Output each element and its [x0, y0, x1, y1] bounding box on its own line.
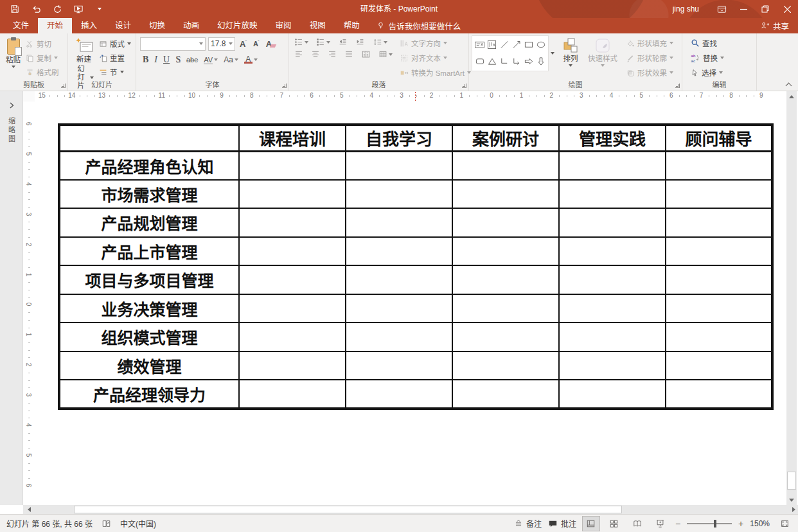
table-row-label[interactable]: 绩效管理: [59, 351, 239, 380]
spellcheck-book-icon[interactable]: [102, 519, 111, 528]
tab-help[interactable]: 帮助: [335, 18, 369, 33]
redo-button[interactable]: [51, 0, 63, 18]
shape-elbow-connector[interactable]: [498, 53, 510, 69]
start-slideshow-button[interactable]: [73, 0, 84, 18]
vertical-scroll-thumb[interactable]: [787, 472, 796, 490]
table-cell[interactable]: [452, 180, 559, 209]
table-cell[interactable]: [666, 180, 772, 209]
paste-button[interactable]: 粘贴: [3, 35, 24, 68]
reading-view-button[interactable]: [629, 517, 646, 531]
tab-transitions[interactable]: 切换: [140, 18, 174, 33]
layout-button[interactable]: 版式: [97, 37, 133, 51]
table-cell[interactable]: [452, 237, 559, 266]
table-cell[interactable]: [239, 151, 346, 180]
select-button[interactable]: 选择: [689, 66, 754, 80]
shapes-gallery-more-button[interactable]: [549, 35, 556, 71]
table-row-label[interactable]: 产品规划管理: [59, 208, 239, 237]
table-header-cell[interactable]: [59, 125, 239, 151]
close-button[interactable]: [776, 0, 798, 18]
table-cell[interactable]: [559, 265, 666, 294]
restore-button[interactable]: [754, 0, 776, 18]
table-cell[interactable]: [559, 380, 666, 409]
table-cell[interactable]: [346, 151, 452, 180]
table-cell[interactable]: [346, 180, 452, 209]
table-cell[interactable]: [666, 323, 772, 351]
table-header-cell[interactable]: 管理实践: [559, 125, 666, 151]
table-header-cell[interactable]: 课程培训: [239, 125, 346, 151]
table-cell[interactable]: [559, 208, 666, 237]
scroll-right-button[interactable]: [789, 505, 798, 514]
table-cell[interactable]: [239, 265, 346, 294]
table-header-cell[interactable]: 顾问辅导: [666, 125, 772, 151]
font-dialog-launcher[interactable]: [282, 84, 287, 88]
table-cell[interactable]: [452, 265, 559, 294]
table-cell[interactable]: [346, 294, 452, 323]
vertical-scrollbar[interactable]: [786, 91, 797, 505]
underline-button[interactable]: U: [163, 55, 170, 65]
table-cell[interactable]: [666, 237, 772, 266]
normal-view-button[interactable]: [583, 517, 599, 531]
slide-counter[interactable]: 幻灯片 第 66 张, 共 66 张: [6, 518, 93, 529]
table-cell[interactable]: [666, 294, 772, 323]
shape-textbox-vertical[interactable]: [486, 37, 498, 53]
expand-thumbnails-button[interactable]: [6, 100, 17, 111]
table-row-label[interactable]: 市场需求管理: [59, 180, 239, 209]
slide-sorter-view-button[interactable]: [606, 517, 623, 531]
table-cell[interactable]: [452, 208, 559, 237]
collapse-ribbon-button[interactable]: [786, 82, 792, 87]
scroll-left-button[interactable]: [24, 505, 33, 514]
table-cell[interactable]: [666, 351, 772, 380]
table-cell[interactable]: [666, 151, 772, 180]
account-button[interactable]: jing shu: [661, 4, 711, 13]
table-cell[interactable]: [346, 380, 452, 409]
clipboard-dialog-launcher[interactable]: [61, 84, 66, 88]
increase-indent-button[interactable]: [355, 38, 365, 46]
table-cell[interactable]: [559, 294, 666, 323]
slideshow-view-button[interactable]: [652, 517, 669, 531]
grow-font-button[interactable]: Aˆ: [238, 37, 249, 51]
shape-elbow-arrow-connector[interactable]: [510, 53, 522, 69]
minimize-button[interactable]: [732, 0, 754, 18]
columns-button[interactable]: [361, 50, 371, 58]
table-row-label[interactable]: 产品上市管理: [59, 237, 239, 266]
share-button[interactable]: 共享: [751, 18, 798, 33]
language-indicator[interactable]: 中文(中国): [120, 518, 156, 529]
change-case-button[interactable]: Aa: [224, 55, 238, 64]
shape-triangle[interactable]: [486, 53, 498, 69]
shape-textbox-horizontal[interactable]: [474, 37, 486, 53]
table-cell[interactable]: [666, 265, 772, 294]
tab-view[interactable]: 视图: [301, 18, 335, 33]
undo-button[interactable]: [30, 0, 42, 18]
shape-down-arrow[interactable]: [535, 53, 547, 69]
font-color-button[interactable]: A: [244, 56, 258, 64]
table-cell[interactable]: [346, 208, 452, 237]
table-cell[interactable]: [452, 351, 559, 380]
table-row-label[interactable]: 产品经理角色认知: [59, 151, 239, 180]
shape-arrow[interactable]: [510, 37, 522, 53]
font-name-combo[interactable]: [140, 37, 206, 51]
table-cell[interactable]: [346, 265, 452, 294]
tab-file[interactable]: 文件: [4, 18, 38, 33]
italic-button[interactable]: I: [154, 55, 157, 65]
add-remove-columns-button[interactable]: [378, 50, 393, 58]
ribbon-display-options-button[interactable]: [711, 0, 732, 18]
table-cell[interactable]: [559, 151, 666, 180]
table-row-label[interactable]: 项目与多项目管理: [59, 265, 239, 294]
table-cell[interactable]: [666, 208, 772, 237]
shape-rounded-rectangle[interactable]: [474, 53, 486, 69]
slide-canvas[interactable]: 课程培训自我学习案例研讨管理实践顾问辅导产品经理角色认知市场需求管理产品规划管理…: [35, 102, 786, 505]
zoom-out-button[interactable]: −: [675, 519, 680, 529]
comments-toggle[interactable]: 批注: [548, 518, 576, 529]
customize-qat-button[interactable]: [94, 0, 105, 18]
font-size-combo[interactable]: 17.8: [208, 37, 235, 51]
table-cell[interactable]: [452, 294, 559, 323]
table-header-cell[interactable]: 自我学习: [346, 125, 452, 151]
save-button[interactable]: [9, 0, 21, 18]
table-cell[interactable]: [239, 323, 346, 351]
horizontal-scrollbar[interactable]: [23, 505, 798, 514]
tab-animations[interactable]: 动画: [174, 18, 208, 33]
find-button[interactable]: 查找: [689, 36, 754, 50]
table-cell[interactable]: [239, 351, 346, 380]
table-cell[interactable]: [346, 351, 452, 380]
tab-insert[interactable]: 插入: [72, 18, 106, 33]
